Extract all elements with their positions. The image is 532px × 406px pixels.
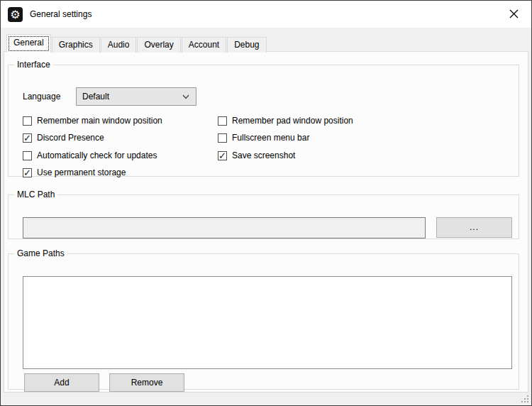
checkbox-box: ✓ [23, 133, 32, 143]
checkbox-label: Use permanent storage [37, 168, 126, 177]
tab-graphics[interactable]: Graphics [52, 37, 100, 53]
titlebar[interactable]: ⚙ General settings [1, 1, 531, 28]
mlc-browse-button[interactable]: ... [436, 217, 512, 238]
tab-debug[interactable]: Debug [227, 37, 266, 53]
window-title: General settings [30, 9, 92, 19]
close-icon [509, 9, 519, 18]
checkbox-label: Save screenshot [232, 150, 295, 160]
tab-overlay[interactable]: Overlay [137, 37, 180, 53]
mlc-path-group: MLC Path ... [8, 190, 519, 239]
game-paths-group: Game Paths Add Remove [8, 248, 519, 390]
close-button[interactable] [501, 4, 526, 23]
gear-icon: ⚙ [8, 7, 23, 22]
checkbox-box [218, 133, 227, 143]
game-paths-group-label: Game Paths [14, 248, 67, 258]
checkbox-box [218, 116, 227, 126]
checkbox-remember-pad-window-position[interactable]: Remember pad window position [218, 116, 353, 126]
checkbox-label: Discord Presence [37, 133, 104, 143]
checkbox-box: ✓ [23, 168, 32, 177]
game-paths-listbox[interactable] [23, 276, 512, 369]
checkbox-fullscreen-menu-bar[interactable]: Fullscreen menu bar [218, 133, 309, 143]
settings-window: ⚙ General settings General Graphics Audi… [0, 0, 532, 406]
language-dropdown-value: Default [82, 92, 109, 102]
add-button[interactable]: Add [24, 373, 99, 392]
language-label: Language [23, 92, 60, 102]
tab-account[interactable]: Account [182, 37, 226, 53]
language-dropdown[interactable]: Default [76, 87, 196, 106]
interface-group-label: Interface [14, 60, 53, 70]
checkbox-remember-main-window-position[interactable]: Remember main window position [23, 116, 162, 126]
remove-button[interactable]: Remove [109, 373, 184, 392]
checkbox-box [23, 116, 32, 126]
checkbox-label: Remember main window position [37, 116, 162, 126]
tab-audio[interactable]: Audio [101, 37, 137, 53]
general-tab-page: Interface Language Default Remember main… [4, 51, 528, 393]
chevron-down-icon [182, 94, 189, 99]
tab-bar: General Graphics Audio Overlay Account D… [6, 34, 267, 53]
checkbox-automatically-check-for-updates[interactable]: Automatically check for updates [23, 150, 157, 160]
checkbox-label: Remember pad window position [232, 116, 353, 126]
checkbox-box: ✓ [218, 151, 227, 160]
checkbox-save-screenshot[interactable]: ✓ Save screenshot [218, 150, 295, 160]
tab-general[interactable]: General [6, 34, 51, 53]
checkbox-label: Automatically check for updates [37, 150, 157, 160]
checkbox-use-permanent-storage[interactable]: ✓ Use permanent storage [23, 168, 126, 177]
checkbox-label: Fullscreen menu bar [232, 133, 309, 143]
checkbox-box [23, 151, 32, 160]
resize-grip-icon[interactable] [521, 395, 528, 402]
mlc-path-input[interactable] [23, 217, 426, 238]
interface-group: Interface Language Default Remember main… [8, 60, 519, 177]
mlc-path-group-label: MLC Path [14, 190, 57, 199]
checkbox-discord-presence[interactable]: ✓ Discord Presence [23, 133, 104, 143]
